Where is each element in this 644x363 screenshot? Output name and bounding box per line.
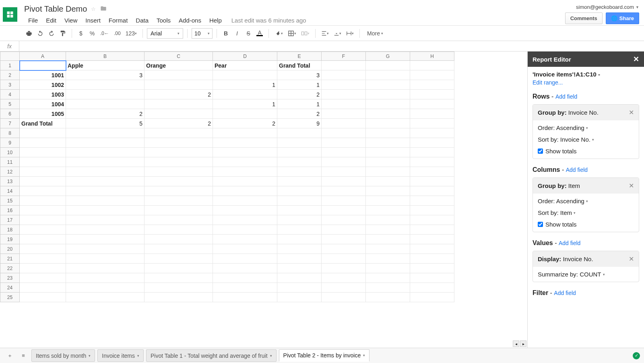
cell-A9[interactable] <box>20 138 66 148</box>
merge-cells-icon[interactable]: ▾ <box>299 28 311 39</box>
cell-C5[interactable] <box>144 99 213 109</box>
columns-sort-dropdown[interactable]: Sort by: Item ▾ <box>538 209 634 216</box>
cell-B4[interactable] <box>66 90 144 99</box>
cell-C9[interactable] <box>144 138 213 148</box>
cell-A24[interactable] <box>20 283 66 293</box>
cell-D17[interactable] <box>213 215 277 225</box>
cell-F21[interactable] <box>322 254 366 264</box>
cell-C2[interactable] <box>144 70 213 80</box>
font-select[interactable]: Arial▾ <box>147 28 183 39</box>
folder-icon[interactable] <box>100 5 107 13</box>
cell-A8[interactable] <box>20 128 66 138</box>
cell-H3[interactable] <box>410 80 454 90</box>
menu-tools[interactable]: Tools <box>153 15 175 25</box>
cell-B17[interactable] <box>66 215 144 225</box>
cell-C18[interactable] <box>144 225 213 235</box>
col-head-F[interactable]: F <box>322 52 366 61</box>
cell-E24[interactable] <box>277 283 322 293</box>
cell-E15[interactable] <box>277 196 322 206</box>
filter-add-field[interactable]: Add field <box>554 290 576 296</box>
cell-A5[interactable]: 1004 <box>20 99 66 109</box>
rows-add-field[interactable]: Add field <box>555 93 577 100</box>
row-head-9[interactable]: 9 <box>0 138 20 148</box>
cell-F19[interactable] <box>322 235 366 244</box>
v-align-icon[interactable]: ▾ <box>332 28 343 39</box>
cell-G20[interactable] <box>366 244 410 254</box>
cell-F5[interactable] <box>322 99 366 109</box>
cell-G2[interactable] <box>366 70 410 80</box>
cell-G4[interactable] <box>366 90 410 99</box>
cell-G5[interactable] <box>366 99 410 109</box>
more-menu[interactable]: More ▾ <box>364 30 386 37</box>
row-head-24[interactable]: 24 <box>0 283 20 293</box>
cell-F8[interactable] <box>322 128 366 138</box>
cell-E20[interactable] <box>277 244 322 254</box>
cell-C15[interactable] <box>144 196 213 206</box>
cell-B3[interactable] <box>66 80 144 90</box>
add-sheet-icon[interactable]: ＋ <box>4 350 15 361</box>
cell-G11[interactable] <box>366 157 410 167</box>
cell-H14[interactable] <box>410 186 454 196</box>
cell-E10[interactable] <box>277 148 322 157</box>
col-head-E[interactable]: E <box>277 52 322 61</box>
cell-F11[interactable] <box>322 157 366 167</box>
cell-C3[interactable] <box>144 80 213 90</box>
cell-F3[interactable] <box>322 80 366 90</box>
cell-B14[interactable] <box>66 186 144 196</box>
cell-G1[interactable] <box>366 61 410 70</box>
row-head-20[interactable]: 20 <box>0 244 20 254</box>
strikethrough-icon[interactable]: S <box>244 28 253 39</box>
row-head-4[interactable]: 4 <box>0 90 20 99</box>
cell-E5[interactable]: 1 <box>277 99 322 109</box>
cell-F14[interactable] <box>322 186 366 196</box>
cell-F25[interactable] <box>322 293 366 302</box>
print-icon[interactable] <box>24 28 34 39</box>
cell-A2[interactable]: 1001 <box>20 70 66 80</box>
cell-B5[interactable] <box>66 99 144 109</box>
cell-A1[interactable] <box>20 61 66 70</box>
close-icon[interactable]: ✕ <box>633 55 639 64</box>
cell-A10[interactable] <box>20 148 66 157</box>
cell-D4[interactable] <box>213 90 277 99</box>
row-head-5[interactable]: 5 <box>0 99 20 109</box>
text-color-icon[interactable]: A <box>255 28 264 39</box>
cell-C25[interactable] <box>144 293 213 302</box>
cell-A7[interactable]: Grand Total <box>20 119 66 128</box>
cell-D1[interactable]: Pear <box>213 61 277 70</box>
cell-A14[interactable] <box>20 186 66 196</box>
cell-F22[interactable] <box>322 264 366 273</box>
cell-D11[interactable] <box>213 157 277 167</box>
cell-B19[interactable] <box>66 235 144 244</box>
cell-E18[interactable] <box>277 225 322 235</box>
cell-G8[interactable] <box>366 128 410 138</box>
remove-values-icon[interactable]: ✕ <box>629 255 634 263</box>
cell-G10[interactable] <box>366 148 410 157</box>
row-head-6[interactable]: 6 <box>0 109 20 119</box>
cell-F6[interactable] <box>322 109 366 119</box>
col-head-B[interactable]: B <box>66 52 144 61</box>
cell-D13[interactable] <box>213 177 277 186</box>
cell-H19[interactable] <box>410 235 454 244</box>
cell-B22[interactable] <box>66 264 144 273</box>
cell-H17[interactable] <box>410 215 454 225</box>
cell-G18[interactable] <box>366 225 410 235</box>
cell-C13[interactable] <box>144 177 213 186</box>
cell-G22[interactable] <box>366 264 410 273</box>
cell-F9[interactable] <box>322 138 366 148</box>
percent-icon[interactable]: % <box>87 28 97 39</box>
col-head-D[interactable]: D <box>213 52 277 61</box>
cell-H7[interactable] <box>410 119 454 128</box>
cell-H1[interactable] <box>410 61 454 70</box>
cell-C16[interactable] <box>144 206 213 215</box>
row-head-17[interactable]: 17 <box>0 215 20 225</box>
row-head-12[interactable]: 12 <box>0 167 20 177</box>
cell-C14[interactable] <box>144 186 213 196</box>
cell-B6[interactable]: 2 <box>66 109 144 119</box>
cell-E7[interactable]: 9 <box>277 119 322 128</box>
cell-H13[interactable] <box>410 177 454 186</box>
cell-H11[interactable] <box>410 157 454 167</box>
col-head-G[interactable]: G <box>366 52 410 61</box>
cell-B25[interactable] <box>66 293 144 302</box>
cell-F17[interactable] <box>322 215 366 225</box>
cell-A4[interactable]: 1003 <box>20 90 66 99</box>
